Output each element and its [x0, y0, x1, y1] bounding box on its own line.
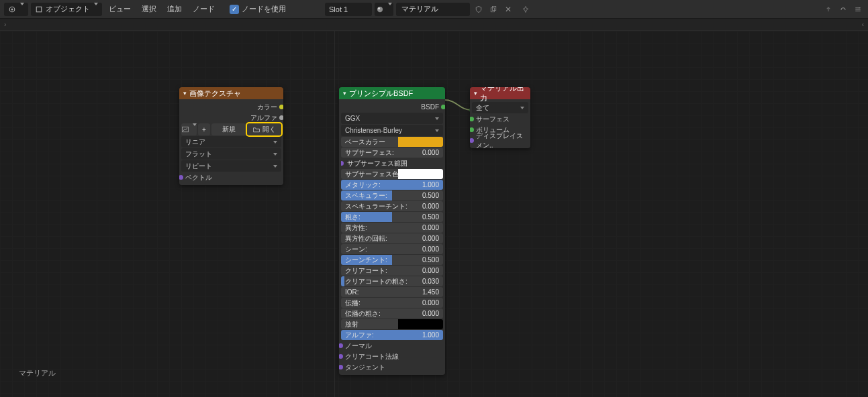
socket-in[interactable] [470, 138, 474, 143]
editor-type-dropdown[interactable] [4, 3, 28, 16]
socket-in[interactable] [339, 354, 343, 359]
material-name-field[interactable]: マテリアル [396, 3, 470, 16]
bsdf-prop[interactable]: クリアコート:0.000 [341, 266, 443, 276]
bsdf-input[interactable]: タンジェント [341, 362, 443, 372]
object-icon [35, 5, 43, 13]
material-output-input[interactable]: ディスプレイスメン.. [472, 135, 528, 146]
breadcrumb-strip: › ‹ [0, 19, 868, 31]
output-color[interactable]: カラー [181, 102, 281, 112]
bsdf-prop[interactable]: スペキュラー:0.500 [341, 190, 443, 201]
use-nodes-label: ノードを使用 [242, 4, 286, 14]
output-bsdf[interactable]: BSDF [341, 102, 443, 112]
input-vector[interactable]: ベクトル [181, 172, 281, 182]
menu-view[interactable]: ビュー [105, 3, 135, 16]
shield-icon[interactable] [473, 3, 485, 15]
bsdf-prop[interactable]: サブサーフェス:0.000 [341, 148, 443, 158]
bsdf-prop[interactable]: 伝播の粗さ:0.000 [341, 308, 443, 319]
node-editor-header: オブジェクト ビュー 選択 追加 ノード ✓ ノードを使用 Slot 1 マテリ… [0, 0, 868, 19]
bsdf-prop[interactable]: ベースカラー [341, 137, 443, 147]
node-material-output[interactable]: マテリアル出力 全て サーフェスボリュームディスプレイスメン.. [470, 87, 530, 148]
bsdf-prop[interactable]: スペキュラーチント:0.000 [341, 201, 443, 211]
bsdf-prop[interactable]: メタリック:1.000 [341, 180, 443, 190]
socket-vector-in[interactable] [179, 175, 183, 180]
open-image-button[interactable]: 開く [247, 123, 281, 135]
node-header[interactable]: プリンシプルBSDF [339, 87, 445, 99]
node-link [443, 96, 473, 116]
projection-dropdown[interactable]: フラット [181, 148, 281, 160]
object-mode-dropdown[interactable]: オブジェクト [31, 3, 102, 16]
snap-icon[interactable] [837, 3, 849, 15]
interpolation-dropdown[interactable]: リニア [181, 136, 281, 148]
material-browse-dropdown[interactable] [375, 3, 393, 16]
extension-dropdown[interactable]: リピート [181, 160, 281, 172]
bsdf-prop[interactable]: IOR:1.450 [341, 287, 443, 297]
node-principled-bsdf[interactable]: プリンシプルBSDF BSDF GGX Christensen-Burley ベ… [339, 87, 445, 375]
mode-label: オブジェクト [46, 4, 90, 14]
new-image-icon-button[interactable]: + [198, 123, 210, 135]
image-browse-button[interactable] [181, 123, 197, 135]
material-output-input[interactable]: サーフェス [472, 114, 528, 124]
breadcrumb-left-chevron[interactable]: › [4, 21, 6, 28]
bsdf-input[interactable]: ノーマル [341, 341, 443, 351]
pin-icon[interactable] [520, 3, 532, 15]
material-path-label: マテリアル [19, 368, 56, 378]
breadcrumb-right-chevron[interactable]: ‹ [862, 21, 864, 28]
socket-in[interactable] [470, 127, 474, 132]
bsdf-prop[interactable]: アルファ:1.000 [341, 330, 443, 340]
bsdf-prop[interactable]: 粗さ:0.500 [341, 212, 443, 222]
bsdf-prop[interactable]: 異方性の回転:0.000 [341, 233, 443, 243]
menu-select[interactable]: 選択 [138, 3, 160, 16]
node-header[interactable]: 画像テクスチャ [179, 87, 283, 99]
menu-node[interactable]: ノード [189, 3, 219, 16]
bsdf-prop[interactable]: 異方性:0.000 [341, 223, 443, 233]
close-icon[interactable]: ✕ [502, 3, 514, 15]
menu-add[interactable]: 追加 [163, 3, 186, 16]
node-header[interactable]: マテリアル出力 [470, 87, 530, 99]
sss-method-dropdown[interactable]: Christensen-Burley [341, 125, 443, 136]
socket-in[interactable] [341, 161, 344, 166]
image-icon [181, 125, 189, 133]
svg-point-1 [11, 8, 13, 10]
socket-in[interactable] [339, 365, 343, 370]
bsdf-prop[interactable]: 放射 [341, 319, 443, 329]
distribution-dropdown[interactable]: GGX [341, 113, 443, 124]
bsdf-prop[interactable]: シーン:0.000 [341, 244, 443, 254]
node-image-texture[interactable]: 画像テクスチャ カラー アルファ + 新規 開く リニア フラット リピー [179, 87, 283, 185]
socket-in[interactable] [339, 343, 343, 348]
duplicate-icon[interactable] [487, 3, 499, 15]
folder-icon [252, 125, 260, 133]
socket-color-out[interactable] [279, 105, 283, 109]
node-editor-canvas[interactable]: 画像テクスチャ カラー アルファ + 新規 開く リニア フラット リピー [0, 31, 868, 397]
bsdf-prop[interactable]: クリアコートの粗さ:0.030 [341, 276, 443, 286]
socket-bsdf-out[interactable] [441, 105, 445, 109]
new-image-button[interactable]: 新規 [211, 123, 246, 135]
output-alpha[interactable]: アルファ [181, 113, 281, 123]
slot-dropdown[interactable]: Slot 1 [325, 3, 372, 16]
svg-rect-2 [36, 7, 42, 12]
parent-path-icon[interactable] [822, 3, 834, 15]
socket-alpha-out[interactable] [279, 115, 283, 120]
options-icon[interactable] [852, 3, 864, 15]
node-editor-icon [8, 5, 16, 13]
target-dropdown[interactable]: 全て [472, 102, 528, 113]
bsdf-input[interactable]: クリアコート法線 [341, 351, 443, 361]
svg-point-4 [378, 7, 380, 9]
bsdf-prop[interactable]: シーンチント:0.500 [341, 255, 443, 265]
svg-point-3 [377, 6, 383, 11]
use-nodes-checkbox[interactable]: ✓ [230, 5, 239, 14]
socket-in[interactable] [470, 117, 474, 121]
bsdf-prop[interactable]: サブサーフェス色 [341, 169, 443, 179]
material-sphere-icon [376, 5, 384, 13]
bsdf-prop[interactable]: サブサーフェス範囲 [341, 158, 443, 168]
bsdf-prop[interactable]: 伝播:0.000 [341, 298, 443, 308]
